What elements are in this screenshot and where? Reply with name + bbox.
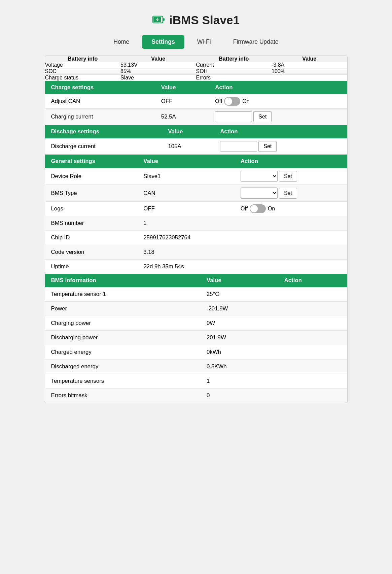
row-value: 52.5A [155,109,209,125]
input-set: Set [220,141,341,152]
toggle-track[interactable] [250,204,266,213]
set-select[interactable] [241,171,278,182]
row-action [235,260,347,274]
battery-info-value1: 85% [120,68,196,75]
battery-info-label2: SOH [196,68,272,75]
row-label: Charging power [45,316,201,331]
toggle-on-label: On [268,206,275,212]
settings-row: Logs OFF Off On [45,202,347,216]
input-set: Set [215,111,341,122]
row-label: Discharging power [45,331,201,345]
row-value: 1 [201,374,278,389]
row-action [235,216,347,231]
row-label: Adjust CAN [45,94,155,109]
section-action-header: Action [214,125,347,138]
set-input[interactable] [215,111,252,122]
battery-info-col4-header: Value [272,56,347,62]
row-label: Discharge current [45,138,162,155]
row-label: Charged energy [45,345,201,360]
row-label: Discharged energy [45,360,201,374]
row-label: BMS Type [45,185,138,202]
settings-row: Chip ID 259917623052764 [45,231,347,245]
row-label: Code version [45,245,138,260]
row-value: 0W [201,316,278,331]
settings-row: Code version 3.18 [45,245,347,260]
section-value-header: Value [201,274,278,287]
row-value: 105A [162,138,214,155]
battery-info-col1-header: Battery info [45,56,121,62]
section-value-header: Value [162,125,214,138]
set-input[interactable] [220,141,257,152]
battery-info-row: Charge status Slave Errors [45,75,347,81]
row-value: Slave1 [137,168,235,185]
battery-info-label1: SOC [45,68,121,75]
battery-info-label1: Voltage [45,62,121,68]
row-label: Temperature sensors [45,374,201,389]
svg-rect-1 [163,18,165,21]
settings-row: Charged energy 0kWh [45,345,347,360]
section-value-header: Value [155,81,209,94]
toggle-off-label: Off [215,98,222,104]
settings-row: Power -201.9W [45,302,347,316]
nav-firmware-update[interactable]: Firmware Update [224,35,288,49]
section-header-row: Dischage settings Value Action [45,125,347,138]
row-action: Off On [209,94,347,109]
row-value: OFF [137,202,235,216]
row-label: Device Role [45,168,138,185]
row-value: 25°C [201,287,278,302]
battery-info-row: Voltage 53.13V Current -3.8A [45,62,347,68]
toggle-switch[interactable] [250,204,266,213]
settings-row: Charging power 0W [45,316,347,331]
section-header-row: Charge settings Value Action [45,81,347,94]
toggle-track[interactable] [224,97,240,106]
settings-row: Temperature sensors 1 [45,374,347,389]
section-header-label: Charge settings [45,81,155,94]
section-header-label: General settings [45,155,138,168]
row-label: Errors bitmask [45,389,201,403]
settings-row: Discharging power 201.9W [45,331,347,345]
row-value: CAN [137,185,235,202]
set-button[interactable]: Set [258,141,277,152]
row-value: 259917623052764 [137,231,235,245]
set-button[interactable]: Set [253,111,272,122]
settings-row: Adjust CAN OFF Off On [45,94,347,109]
row-value: OFF [155,94,209,109]
battery-info-value2 [272,75,347,81]
section-header-label: BMS information [45,274,201,287]
main-content: Battery info Value Battery info Value Vo… [45,56,348,403]
row-value: 0kWh [201,345,278,360]
toggle-container: Off On [241,204,341,213]
battery-info-col3-header: Battery info [196,56,272,62]
settings-row: BMS Type CAN Set [45,185,347,202]
nav-home[interactable]: Home [104,35,139,49]
section-action-header: Action [209,81,347,94]
set-button[interactable]: Set [279,188,297,199]
settings-row: Errors bitmask 0 [45,389,347,403]
nav-wifi[interactable]: Wi-Fi [188,35,220,49]
row-action [278,302,347,316]
battery-info-value2: -3.8A [272,62,347,68]
page-header: iBMS Slave1 [45,7,348,30]
row-value: 201.9W [201,331,278,345]
battery-icon [152,15,165,25]
row-label: Power [45,302,201,316]
row-label: Uptime [45,260,138,274]
row-action [278,389,347,403]
row-action: Set [235,185,347,202]
page-title: iBMS Slave1 [169,13,240,27]
row-action: Set [209,109,347,125]
battery-info-label2: Errors [196,75,272,81]
battery-info-table: Battery info Value Battery info Value Vo… [45,56,347,81]
section-header-row: BMS information Value Action [45,274,347,287]
toggle-thumb [225,98,232,105]
row-action: Set [235,168,347,185]
toggle-switch[interactable] [224,97,240,106]
set-button[interactable]: Set [279,171,297,182]
set-select[interactable] [241,188,278,199]
settings-row: Temperature sensor 1 25°C [45,287,347,302]
row-label: Chip ID [45,231,138,245]
row-value: 0.5KWh [201,360,278,374]
nav-settings[interactable]: Settings [142,35,184,49]
row-value: 0 [201,389,278,403]
settings-row: Discharge current 105A Set [45,138,347,155]
